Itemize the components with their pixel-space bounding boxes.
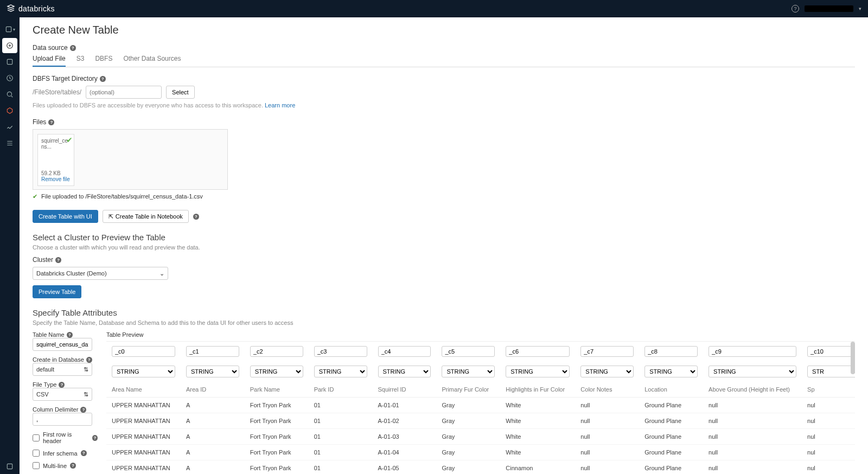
table-cell: White	[500, 413, 575, 429]
column-name-input[interactable]	[580, 346, 634, 357]
info-icon[interactable]: ?	[80, 407, 86, 413]
info-icon[interactable]: ?	[48, 119, 54, 125]
info-icon[interactable]: ?	[193, 214, 199, 220]
table-cell: UPPER MANHATTAN	[106, 445, 181, 460]
sidebar-item-bottom[interactable]	[2, 459, 17, 474]
sidebar-item-search[interactable]	[2, 87, 17, 102]
column-name-input[interactable]	[807, 346, 855, 357]
column-name-input[interactable]	[506, 346, 570, 357]
create-table-ui-button[interactable]: Create Table with UI	[33, 210, 98, 223]
cluster-select[interactable]: Databricks Cluster (Demo) ⌄	[33, 267, 168, 280]
dbfs-select-button[interactable]: Select	[166, 86, 195, 99]
tab-other[interactable]: Other Data Sources	[123, 55, 181, 67]
column-type-select[interactable]: STRING	[442, 366, 495, 377]
create-table-notebook-button[interactable]: ⇱ Create Table in Notebook	[103, 210, 189, 223]
table-cell: 01	[309, 413, 373, 429]
column-type-select[interactable]: STRING	[709, 366, 796, 377]
remove-file-link[interactable]: Remove file	[41, 176, 71, 182]
info-icon[interactable]: ?	[59, 382, 65, 388]
column-type-select[interactable]: STR	[807, 366, 855, 377]
info-icon[interactable]: ?	[81, 450, 87, 456]
table-cell: Fort Tryon Park	[245, 445, 309, 460]
sidebar-item-recents[interactable]	[2, 71, 17, 86]
check-icon: ✔	[33, 193, 37, 200]
learn-more-link[interactable]: Learn more	[265, 102, 295, 108]
svg-rect-2	[7, 59, 12, 64]
column-type-select[interactable]: STRING	[506, 366, 570, 377]
user-menu[interactable]	[805, 5, 853, 12]
database-select[interactable]: default⇅	[33, 363, 92, 376]
data-source-tabs: Upload File S3 DBFS Other Data Sources	[33, 55, 855, 67]
table-cell: null	[703, 460, 802, 475]
tab-s3[interactable]: S3	[76, 55, 85, 67]
attrs-sub: Specify the Table Name, Database and Sch…	[33, 319, 855, 326]
vertical-scrollbar[interactable]	[851, 342, 855, 374]
sidebar-item-workspace[interactable]	[2, 54, 17, 69]
upload-dropzone[interactable]: ✔ squirrel_cens... 59.2 KB Remove file	[33, 129, 228, 190]
sidebar-item-compute[interactable]	[2, 119, 17, 134]
info-icon[interactable]: ?	[70, 45, 76, 51]
preview-label: Table Preview	[106, 331, 855, 338]
cluster-label: Cluster	[33, 256, 53, 264]
page-title: Create New Table	[33, 24, 855, 36]
table-row: UPPER MANHATTANAFort Tryon Park01A-01-02…	[106, 413, 855, 429]
column-type-select[interactable]: STRING	[112, 366, 175, 377]
table-cell: nul	[802, 398, 855, 413]
column-type-select[interactable]: STRING	[644, 366, 698, 377]
info-icon[interactable]: ?	[67, 332, 73, 338]
info-icon[interactable]: ?	[70, 463, 76, 469]
infer-schema-checkbox[interactable]: Infer schema ?	[33, 450, 98, 457]
column-name-input[interactable]	[644, 346, 698, 357]
column-type-select[interactable]: STRING	[314, 366, 367, 377]
column-name-input[interactable]	[442, 346, 495, 357]
tab-upload-file[interactable]: Upload File	[33, 55, 66, 67]
table-cell: UPPER MANHATTAN	[106, 429, 181, 445]
checkbox[interactable]	[33, 450, 40, 457]
preview-table-button[interactable]: Preview Table	[33, 285, 81, 298]
tab-dbfs[interactable]: DBFS	[95, 55, 112, 67]
column-header: Squirrel ID	[373, 382, 437, 398]
info-icon[interactable]: ?	[86, 357, 92, 363]
chevron-down-icon[interactable]: ▾	[859, 6, 861, 11]
column-name-input[interactable]	[250, 346, 303, 357]
multi-line-checkbox[interactable]: Multi-line ?	[33, 462, 98, 469]
column-header: Sp	[802, 382, 855, 398]
sidebar: ▾	[0, 17, 20, 474]
table-cell: A	[181, 445, 245, 460]
sidebar-item-jobs[interactable]	[2, 136, 17, 151]
info-icon[interactable]: ?	[55, 257, 61, 263]
svg-point-4	[7, 92, 11, 96]
table-cell: null	[575, 413, 639, 429]
info-icon[interactable]: ?	[100, 76, 106, 82]
delimiter-input[interactable]	[33, 413, 92, 426]
first-row-header-checkbox[interactable]: First row is header ?	[33, 431, 98, 444]
sidebar-item-create[interactable]	[2, 38, 17, 53]
column-name-input[interactable]	[709, 346, 796, 357]
sidebar-item-data[interactable]	[2, 103, 17, 118]
table-cell: A-01-04	[373, 445, 437, 460]
table-cell: UPPER MANHATTAN	[106, 398, 181, 413]
table-cell: null	[703, 429, 802, 445]
column-name-input[interactable]	[314, 346, 367, 357]
dbfs-path-input[interactable]	[86, 86, 162, 99]
table-name-input[interactable]	[33, 338, 92, 351]
info-icon[interactable]: ?	[92, 435, 98, 441]
column-name-input[interactable]	[378, 346, 431, 357]
column-type-select[interactable]: STRING	[186, 366, 239, 377]
column-type-select[interactable]: STRING	[250, 366, 303, 377]
cluster-sub: Choose a cluster with which you will rea…	[33, 244, 855, 251]
filetype-label: File Type	[33, 381, 56, 388]
svg-rect-5	[7, 464, 12, 469]
column-name-input[interactable]	[112, 346, 175, 357]
filetype-select[interactable]: CSV⇅	[33, 388, 92, 401]
column-name-input[interactable]	[186, 346, 239, 357]
column-type-select[interactable]: STRING	[378, 366, 431, 377]
table-cell: A	[181, 460, 245, 475]
column-header: Location	[639, 382, 703, 398]
table-row: UPPER MANHATTANAFort Tryon Park01A-01-03…	[106, 429, 855, 445]
sidebar-item-menu[interactable]: ▾	[2, 22, 17, 37]
checkbox[interactable]	[33, 462, 40, 469]
checkbox[interactable]	[33, 434, 40, 441]
column-type-select[interactable]: STRING	[580, 366, 634, 377]
help-icon[interactable]: ?	[792, 5, 799, 12]
